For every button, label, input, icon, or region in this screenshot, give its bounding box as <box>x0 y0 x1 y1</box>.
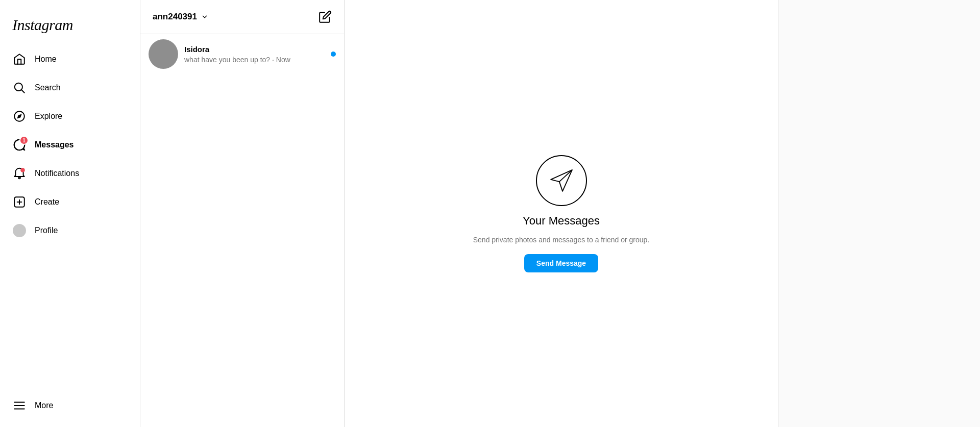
sidebar-item-notifications[interactable]: Notifications <box>6 160 134 187</box>
create-label: Create <box>35 197 59 207</box>
profile-icon <box>12 223 27 238</box>
conversation-item[interactable]: Isidora what have you been up to? · Now <box>140 34 344 74</box>
chevron-down-icon <box>201 13 208 20</box>
username-text: ann240391 <box>153 12 197 22</box>
sidebar-item-messages[interactable]: 1 Messages <box>6 132 134 158</box>
explore-label: Explore <box>35 112 62 121</box>
conv-name: Isidora <box>184 45 325 54</box>
sidebar-item-more[interactable]: More <box>6 392 134 419</box>
compose-button[interactable] <box>318 10 332 23</box>
svg-point-4 <box>20 168 25 172</box>
messages-icon: 1 <box>12 138 27 152</box>
conv-info: Isidora what have you been up to? · Now <box>184 45 325 64</box>
svg-marker-3 <box>17 114 21 118</box>
svg-line-1 <box>21 90 24 93</box>
sidebar-item-create[interactable]: Create <box>6 189 134 215</box>
search-label: Search <box>35 83 61 92</box>
sidebar-item-explore[interactable]: Explore <box>6 103 134 130</box>
notifications-icon <box>12 166 27 181</box>
profile-label: Profile <box>35 226 58 235</box>
your-messages-subtitle: Send private photos and messages to a fr… <box>473 236 650 244</box>
send-message-button[interactable]: Send Message <box>524 254 598 272</box>
conversation-list: Isidora what have you been up to? · Now <box>140 34 344 427</box>
send-icon <box>549 168 574 193</box>
instagram-logo[interactable]: Instagram <box>6 8 134 46</box>
home-label: Home <box>35 55 57 64</box>
main-content: Your Messages Send private photos and me… <box>345 0 778 427</box>
notifications-label: Notifications <box>35 169 79 178</box>
messages-panel: ann240391 Isidora what have you been up … <box>140 0 345 427</box>
your-messages-title: Your Messages <box>523 214 600 228</box>
create-icon <box>12 195 27 209</box>
avatar <box>13 224 26 237</box>
nav-items: Home Search Explore <box>6 46 134 419</box>
messages-header: ann240391 <box>140 0 344 34</box>
right-panel <box>778 0 980 427</box>
username-dropdown[interactable]: ann240391 <box>153 12 208 22</box>
more-icon <box>12 398 27 413</box>
sidebar: Instagram Home Search <box>0 0 140 427</box>
messages-label: Messages <box>35 140 74 149</box>
messages-badge: 1 <box>19 136 29 145</box>
home-icon <box>12 52 27 66</box>
sidebar-item-profile[interactable]: Profile <box>6 217 134 244</box>
explore-icon <box>12 109 27 123</box>
sidebar-item-search[interactable]: Search <box>6 74 134 101</box>
sidebar-item-home[interactable]: Home <box>6 46 134 72</box>
search-icon <box>12 81 27 95</box>
more-label: More <box>35 401 53 410</box>
your-messages-container: Your Messages Send private photos and me… <box>473 155 650 272</box>
conv-avatar <box>149 39 178 69</box>
conv-preview: what have you been up to? · Now <box>184 56 325 64</box>
unread-dot <box>331 52 336 57</box>
dm-icon <box>536 155 587 206</box>
svg-line-12 <box>559 170 572 182</box>
